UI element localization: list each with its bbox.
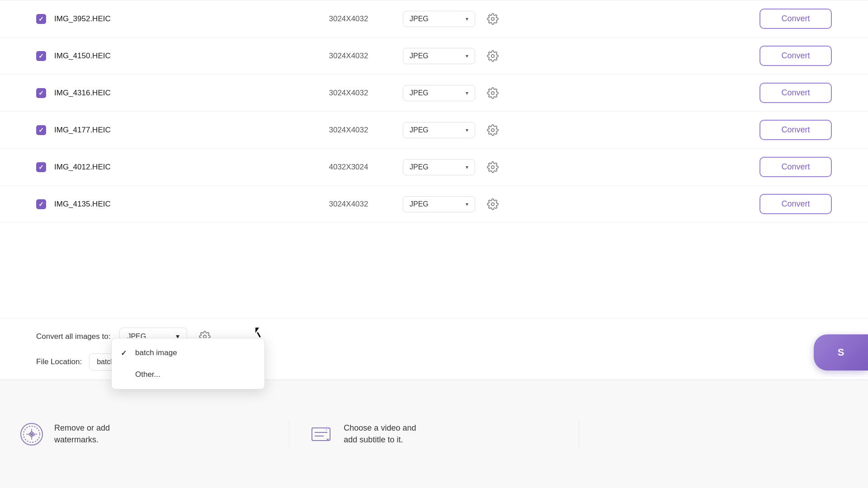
dropdown-option-label-2: Other... (135, 370, 160, 379)
file-size-6: 3024X4032 (303, 200, 394, 209)
dropdown-option-label-1: batch image (135, 348, 177, 357)
convert-button-4[interactable]: Convert (760, 120, 832, 140)
promo-bar: Remove or addwatermarks. Choose a video … (0, 380, 868, 488)
checkbox-1[interactable] (36, 14, 46, 24)
check-icon: ✓ (121, 349, 130, 357)
convert-button-2[interactable]: Convert (760, 46, 832, 66)
convert-button-1[interactable]: Convert (760, 9, 832, 29)
chevron-down-icon: ▾ (466, 201, 468, 207)
dropdown-option-other[interactable]: Other... (112, 364, 264, 385)
convert-all-label: Convert all images to: (36, 332, 110, 341)
table-row: IMG_4150.HEIC 3024X4032 JPEG ▾ Convert (0, 38, 868, 75)
format-value-5: JPEG (410, 163, 429, 171)
promo-item-subtitle[interactable]: Choose a video andadd subtitle to it. (289, 421, 579, 448)
file-name-3: IMG_4316.HEIC (54, 89, 303, 98)
svg-point-0 (491, 17, 495, 20)
svg-point-4 (491, 165, 495, 169)
format-dropdown-1[interactable]: JPEG ▾ (403, 11, 475, 27)
format-dropdown-5[interactable]: JPEG ▾ (403, 159, 475, 175)
svg-rect-10 (312, 428, 330, 441)
convert-button-5[interactable]: Convert (760, 157, 832, 177)
format-value-4: JPEG (410, 126, 429, 134)
file-name-4: IMG_4177.HEIC (54, 126, 303, 135)
svg-point-6 (203, 335, 207, 338)
promo-text-subtitle: Choose a video andadd subtitle to it. (344, 422, 416, 445)
table-row: IMG_4177.HEIC 3024X4032 JPEG ▾ Convert (0, 112, 868, 149)
format-value-3: JPEG (410, 89, 429, 97)
file-location-label: File Location: (36, 357, 82, 366)
table-row: IMG_3952.HEIC 3024X4032 JPEG ▾ Convert (0, 0, 868, 38)
location-dropdown-popup: ✓ batch image Other... (111, 338, 265, 389)
file-size-1: 3024X4032 (303, 14, 394, 23)
checkbox-2[interactable] (36, 51, 46, 61)
format-dropdown-2[interactable]: JPEG ▾ (403, 48, 475, 64)
format-dropdown-6[interactable]: JPEG ▾ (403, 196, 475, 212)
settings-icon-5[interactable] (484, 159, 501, 176)
format-value-6: JPEG (410, 200, 429, 208)
chevron-down-icon: ▾ (466, 164, 468, 170)
file-name-2: IMG_4150.HEIC (54, 52, 303, 61)
file-name-1: IMG_3952.HEIC (54, 14, 303, 23)
watermark-icon (18, 421, 45, 448)
settings-icon-2[interactable] (484, 47, 501, 65)
convert-button-6[interactable]: Convert (760, 194, 832, 214)
file-size-4: 3024X4032 (303, 126, 394, 135)
file-list: IMG_3952.HEIC 3024X4032 JPEG ▾ Convert I… (0, 0, 868, 223)
table-row: IMG_4316.HEIC 3024X4032 JPEG ▾ Convert (0, 75, 868, 112)
format-dropdown-4[interactable]: JPEG ▾ (403, 122, 475, 138)
settings-icon-6[interactable] (484, 196, 501, 213)
start-button-label: S (838, 347, 844, 358)
format-value-2: JPEG (410, 52, 429, 60)
checkbox-5[interactable] (36, 162, 46, 172)
format-dropdown-3[interactable]: JPEG ▾ (403, 85, 475, 101)
convert-button-3[interactable]: Convert (760, 83, 832, 103)
promo-item-watermark[interactable]: Remove or addwatermarks. (0, 421, 289, 448)
svg-point-3 (491, 128, 495, 131)
main-container: IMG_3952.HEIC 3024X4032 JPEG ▾ Convert I… (0, 0, 868, 488)
table-row: IMG_4012.HEIC 4032X3024 JPEG ▾ Convert (0, 149, 868, 186)
checkbox-6[interactable] (36, 199, 46, 209)
promo-text-watermark: Remove or addwatermarks. (54, 422, 110, 445)
file-name-6: IMG_4135.HEIC (54, 200, 303, 209)
svg-point-2 (491, 91, 495, 94)
settings-icon-3[interactable] (484, 84, 501, 102)
dropdown-option-batch-image[interactable]: ✓ batch image (112, 342, 264, 364)
table-row: IMG_4135.HEIC 3024X4032 JPEG ▾ Convert (0, 186, 868, 223)
file-size-3: 3024X4032 (303, 89, 394, 98)
format-value-1: JPEG (410, 15, 429, 23)
checkbox-3[interactable] (36, 88, 46, 98)
chevron-down-icon: ▾ (466, 90, 468, 96)
chevron-down-icon: ▾ (466, 53, 468, 59)
start-convert-button[interactable]: S (814, 334, 868, 371)
checkbox-4[interactable] (36, 125, 46, 135)
svg-point-1 (491, 54, 495, 57)
chevron-down-icon: ▾ (466, 127, 468, 133)
settings-icon-4[interactable] (484, 122, 501, 139)
subtitle-icon (307, 421, 335, 448)
file-name-5: IMG_4012.HEIC (54, 163, 303, 172)
file-size-2: 3024X4032 (303, 52, 394, 61)
chevron-down-icon: ▾ (466, 16, 468, 22)
svg-point-5 (491, 202, 495, 206)
svg-point-9 (30, 433, 33, 436)
settings-icon-1[interactable] (484, 10, 501, 28)
file-size-5: 4032X3024 (303, 163, 394, 172)
